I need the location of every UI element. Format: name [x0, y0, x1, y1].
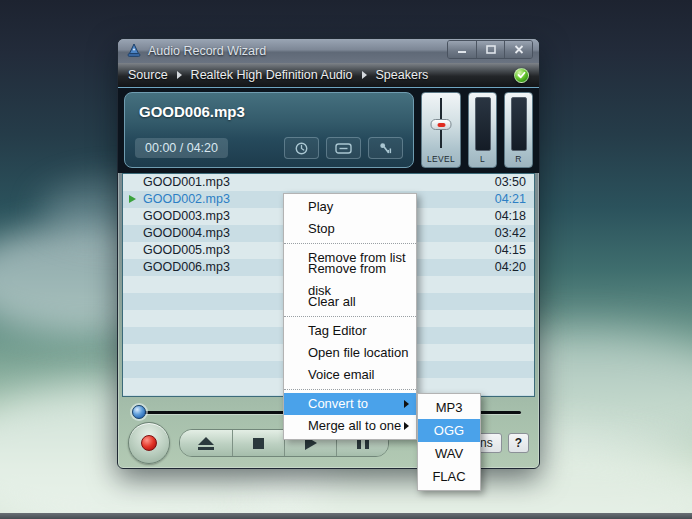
left-meter-label: L — [480, 154, 485, 164]
submenu-item[interactable]: OGG — [418, 419, 480, 442]
clock-icon[interactable] — [284, 137, 319, 159]
stop-button[interactable] — [232, 430, 284, 456]
status-ok-icon[interactable] — [514, 68, 529, 83]
context-menu-item[interactable]: Open file location — [284, 342, 416, 364]
context-menu-item[interactable]: Voice email — [284, 364, 416, 386]
submenu-item[interactable]: MP3 — [418, 396, 480, 419]
submenu-item[interactable]: FLAC — [418, 465, 480, 488]
menu-item-label: Play — [308, 196, 409, 218]
microphone-icon[interactable] — [368, 137, 403, 159]
record-button[interactable] — [128, 422, 170, 464]
context-menu-item[interactable]: Stop — [284, 218, 416, 240]
track-name: GOOD001.mp3 — [143, 174, 495, 191]
now-playing-display: GOOD006.mp3 00:00 / 04:20 — [124, 92, 414, 168]
menu-item-label: Merge all to one — [308, 415, 404, 437]
time-position: 00:00 / 04:20 — [135, 138, 228, 158]
app-icon — [126, 43, 142, 59]
playlist-row[interactable]: GOOD001.mp3 03:50 — [123, 174, 534, 191]
context-menu-item[interactable]: Clear all — [284, 291, 416, 313]
breadcrumb-item[interactable]: Speakers — [362, 68, 429, 82]
level-slider-panel: LEVEL — [421, 92, 461, 168]
source-bar: Source Realtek High Definition Audio Spe… — [118, 63, 539, 88]
menu-item-label: Stop — [308, 218, 409, 240]
source-label: Source — [128, 68, 168, 82]
breadcrumb-arrow-icon — [177, 71, 182, 79]
track-duration: 04:15 — [495, 242, 526, 259]
level-slider-handle[interactable] — [431, 119, 452, 130]
display-deck: GOOD006.mp3 00:00 / 04:20 — [118, 88, 539, 173]
track-duration: 03:50 — [495, 174, 526, 191]
eject-button[interactable] — [180, 430, 232, 456]
seek-slider-handle[interactable] — [132, 405, 146, 419]
context-menu-item[interactable]: Tag Editor — [284, 320, 416, 342]
breadcrumb-item[interactable]: Realtek High Definition Audio — [177, 68, 353, 82]
left-meter-panel: L — [468, 92, 497, 168]
window-title: Audio Record Wizard — [148, 44, 266, 58]
level-handle-dot — [437, 123, 445, 127]
context-menu: Play Stop Remove from list — [283, 193, 417, 440]
screen-bottom-strip — [0, 513, 692, 519]
breadcrumb-label: Realtek High Definition Audio — [191, 68, 353, 82]
menu-separator — [284, 313, 416, 317]
right-meter-bar — [511, 97, 527, 151]
track-duration: 04:18 — [495, 208, 526, 225]
menu-separator — [284, 240, 416, 244]
breadcrumb: Realtek High Definition Audio Speakers — [177, 68, 429, 82]
breadcrumb-label: Speakers — [376, 68, 429, 82]
menu-item-label: Clear all — [308, 291, 409, 313]
submenu-item[interactable]: WAV — [418, 442, 480, 465]
help-button[interactable]: ? — [508, 433, 529, 453]
record-icon — [141, 435, 157, 451]
context-menu-item[interactable]: Merge all to one — [284, 415, 416, 437]
breadcrumb-arrow-icon — [362, 71, 367, 79]
playing-indicator-icon — [129, 195, 136, 203]
menu-item-label: Open file location — [308, 342, 409, 364]
left-meter-bar — [475, 97, 491, 151]
convert-submenu: MP3 OGG WAV FLAC — [417, 393, 481, 491]
window-controls — [447, 40, 533, 59]
track-duration: 04:20 — [495, 259, 526, 276]
context-menu-item[interactable]: Play — [284, 196, 416, 218]
right-meter-panel: R — [504, 92, 533, 168]
close-button[interactable] — [504, 41, 532, 58]
minimize-button[interactable] — [448, 41, 476, 58]
submenu-arrow-icon — [404, 400, 409, 408]
track-duration: 04:21 — [495, 191, 526, 208]
submenu-arrow-icon — [404, 422, 409, 430]
track-duration: 03:42 — [495, 225, 526, 242]
eject-icon — [198, 437, 214, 445]
menu-item-label: Voice email — [308, 364, 409, 386]
tag-display-icon[interactable] — [326, 137, 361, 159]
desktop: Audio Record Wizard Source — [0, 0, 692, 519]
menu-item-label: Convert to — [308, 393, 404, 415]
context-menu-item[interactable]: Remove from disk — [284, 269, 416, 291]
menu-separator — [284, 386, 416, 390]
track-title: GOOD006.mp3 — [139, 103, 399, 120]
level-label: LEVEL — [427, 154, 455, 164]
right-meter-label: R — [515, 154, 521, 164]
context-menu-item[interactable]: Convert to — [284, 393, 416, 415]
stop-icon — [253, 438, 264, 449]
menu-item-label: Tag Editor — [308, 320, 409, 342]
maximize-button[interactable] — [476, 41, 504, 58]
title-bar[interactable]: Audio Record Wizard — [118, 39, 539, 63]
eject-icon-bar — [198, 447, 214, 450]
